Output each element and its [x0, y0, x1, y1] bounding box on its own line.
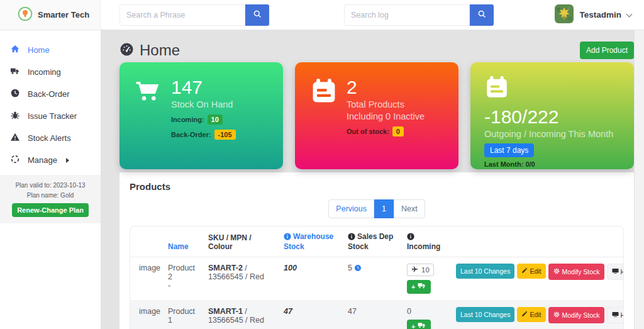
renew-change-plan-button[interactable]: Renew-Change Plan	[12, 203, 89, 217]
col-image	[130, 226, 163, 257]
history-button[interactable]: History	[607, 264, 624, 280]
sidebar-item-issue-tracker[interactable]: Issue Tracker	[0, 105, 101, 127]
modify-stock-button[interactable]: Modify Stock	[548, 307, 604, 323]
sidebar-item-label: Stock Alerts	[28, 133, 71, 143]
stat-cards: 147 Stock On Hand Incoming: 10 Back-Orde…	[119, 62, 634, 169]
scrollbar[interactable]	[634, 30, 644, 329]
table-header-row: Name SKU / MPN / Colour Warehouse Stock …	[130, 226, 623, 257]
sidebar-item-label: Incoming	[28, 67, 61, 77]
history-icon	[612, 268, 619, 276]
add-incoming-button[interactable]: +	[407, 280, 431, 294]
pagination-next[interactable]: Next	[394, 199, 425, 218]
info-icon	[284, 233, 291, 242]
edit-button[interactable]: Edit	[517, 307, 545, 322]
product-image[interactable]: image	[130, 301, 163, 329]
gears-icon	[553, 311, 560, 320]
backorder-label: Back-Order:	[171, 131, 211, 138]
brand-name: Smarter Tech	[38, 10, 89, 20]
last-7-days-badge[interactable]: Last 7 days	[484, 143, 534, 157]
truck-icon	[418, 282, 426, 291]
search-log-input[interactable]	[344, 4, 470, 26]
sidebar-item-back-order[interactable]: Back-Order	[0, 83, 101, 105]
total-products-value: 2	[347, 77, 425, 98]
history-button[interactable]: History	[607, 307, 624, 323]
last-month-text: Last Month: 0/0	[484, 160, 621, 168]
pagination-previous[interactable]: Pervious	[328, 199, 374, 218]
search-log-button[interactable]	[470, 4, 494, 26]
plan-name: Plan name: Gold	[4, 191, 97, 201]
table-row: image Product 1 - SMART-1 / 13566545 / R…	[130, 301, 623, 329]
sidebar-item-stock-alerts[interactable]: Stock Alerts	[0, 127, 101, 149]
edit-button[interactable]: Edit	[517, 264, 545, 279]
add-product-button[interactable]: Add Product	[580, 42, 634, 59]
search-phrase-button[interactable]	[245, 4, 269, 26]
actions-cell: Last 10 Changes Edit Modify Stock Histor…	[451, 257, 623, 301]
topbar: Smarter Tech Testadmin	[0, 0, 644, 30]
product-note: -	[168, 325, 198, 329]
warehouse-stock-cell: 100	[279, 257, 343, 301]
out-of-stock-label: Out of stock:	[347, 128, 389, 135]
last-10-changes-button[interactable]: Last 10 Changes	[456, 264, 514, 279]
warning-icon	[10, 132, 20, 144]
user-menu[interactable]: Testadmin	[555, 4, 631, 26]
search-phrase-form	[119, 4, 269, 26]
page-header: Home Add Product	[119, 39, 634, 62]
cart-icon	[135, 77, 162, 140]
calendar-icon	[484, 91, 509, 102]
sidebar-item-incoming[interactable]: Incoming	[0, 61, 101, 83]
sidebar-item-home[interactable]: Home	[0, 39, 101, 61]
products-table: Name SKU / MPN / Colour Warehouse Stock …	[130, 226, 623, 329]
table-row: image Product 2 - SMART-2 / 13566545 / R…	[130, 257, 623, 301]
monthly-flow-card: -180/222 Outgoing / Incoming This Month …	[470, 62, 634, 169]
incoming-label: Incoming:	[171, 116, 204, 123]
sidebar-item-label: Home	[28, 45, 50, 55]
plan-box: Plan valid to: 2023-10-13 Plan name: Gol…	[0, 175, 101, 223]
username: Testadmin	[579, 10, 621, 20]
stock-on-hand-label: Stock On Hand	[171, 99, 236, 109]
sidebar-item-manage[interactable]: Manage	[0, 149, 101, 171]
truck-icon	[10, 66, 20, 78]
product-note: -	[168, 281, 198, 290]
stock-on-hand-card: 147 Stock On Hand Incoming: 10 Back-Orde…	[119, 62, 283, 169]
total-products-card: 2 Total Products Including 0 Inactive Ou…	[295, 62, 458, 169]
monthly-flow-label: Outgoing / Incoming This Month	[484, 129, 621, 139]
add-incoming-button[interactable]: +	[407, 320, 431, 329]
gears-icon	[553, 267, 560, 276]
truck-icon	[418, 322, 426, 329]
search-icon	[477, 9, 487, 21]
incoming-count: 0	[407, 307, 411, 316]
modify-stock-button[interactable]: Modify Stock	[548, 264, 604, 280]
pencil-icon	[521, 311, 528, 318]
product-name-cell: Product 1 -	[163, 301, 203, 329]
sku-code: SMART-1	[208, 307, 243, 316]
last-10-changes-button[interactable]: Last 10 Changes	[456, 307, 514, 322]
caret-right-icon	[66, 158, 69, 163]
chevron-down-icon	[626, 11, 633, 17]
col-warehouse[interactable]: Warehouse Stock	[279, 226, 343, 257]
info-icon	[407, 233, 414, 242]
sidebar-item-label: Back-Order	[28, 89, 69, 99]
product-image[interactable]: image	[130, 257, 163, 301]
pagination-current[interactable]: 1	[374, 199, 394, 218]
total-products-label: Total Products	[347, 99, 425, 109]
products-table-card: Name SKU / MPN / Colour Warehouse Stock …	[130, 226, 624, 329]
sidebar-item-label: Issue Tracker	[28, 111, 77, 121]
incoming-cell: 10 +	[402, 257, 451, 301]
avatar	[555, 4, 574, 26]
sku-code: SMART-2	[208, 264, 243, 272]
col-name[interactable]: Name	[163, 226, 203, 257]
products-panel: Products Pervious 1 Next Name SKU / MPN …	[119, 172, 634, 329]
product-sku-cell: SMART-2 / 13566545 / Red	[203, 257, 279, 301]
total-products-sublabel: Including 0 Inactive	[347, 111, 425, 121]
search-phrase-input[interactable]	[119, 4, 245, 26]
search-log-form	[344, 4, 494, 26]
calendar-icon	[310, 77, 338, 137]
brand[interactable]: Smarter Tech	[0, 0, 101, 30]
product-name: Product 2	[168, 264, 198, 281]
pending-clock-icon	[354, 265, 362, 274]
product-name-cell: Product 2 -	[163, 257, 203, 301]
plane-icon	[411, 265, 419, 274]
home-icon	[10, 44, 20, 56]
tachometer-icon	[119, 42, 134, 59]
monthly-flow-value: -180/222	[484, 106, 621, 128]
